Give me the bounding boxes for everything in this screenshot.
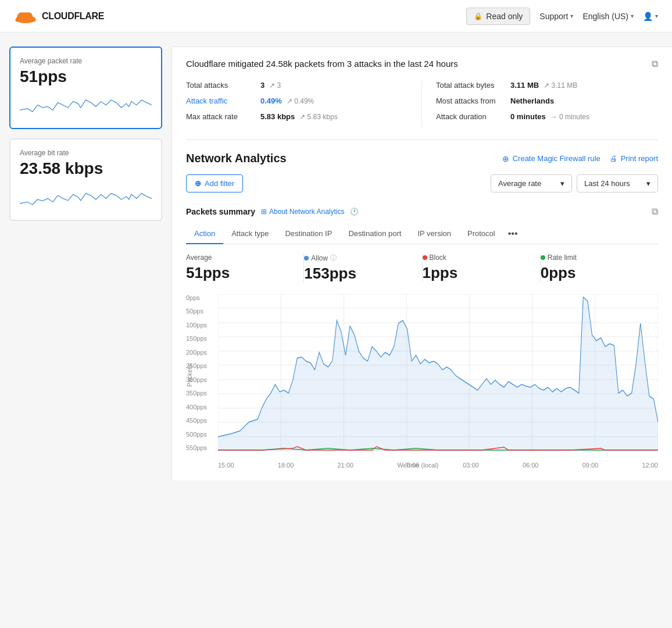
stat-row: Attack duration 0 minutes → 0 minutes [436,112,658,121]
stat-value: 0 minutes [510,112,546,121]
metric-block-value: 1pps [423,264,531,282]
stat-delta: ↗ 3 [269,81,281,90]
metric-block: Block 1pps [423,254,541,283]
support-label: Support [539,12,568,21]
about-label: About Network Analytics [269,208,344,216]
main-content: Average packet rate 51pps Average bit ra… [0,33,672,480]
about-network-analytics-button[interactable]: ⊞ About Network Analytics [261,208,344,216]
blue-dot [304,256,309,261]
stat-value: 3.11 MB [510,81,539,90]
chevron-down-icon: ▾ [646,179,650,188]
x-label: 09:00 [582,462,599,469]
avg-bit-rate-card: Average bit rate 23.58 kbps [9,138,162,221]
avg-bit-rate-chart [20,183,152,209]
tab-destination-port[interactable]: Destination port [340,224,409,244]
metric-allow: Allow ⓘ 153pps [304,254,422,283]
tab-more-button[interactable]: ••• [503,224,523,244]
tab-ip-version[interactable]: IP version [409,224,459,244]
stat-delta: → 0 minutes [551,113,589,121]
metric-rate-limit-value: 0pps [541,264,649,282]
ps-header: Packets summary ⊞ About Network Analytic… [186,206,658,217]
support-button[interactable]: Support ▾ [539,12,573,21]
avg-bit-rate-label: Average bit rate [20,149,152,157]
green-dot [541,255,545,260]
metric-average-value: 51pps [186,264,294,282]
network-analytics-title: Network Analytics [186,152,287,165]
create-firewall-rule-button[interactable]: ⊕ Create Magic Firewall rule [502,154,600,163]
copy-icon[interactable]: ⧉ [652,59,658,69]
y-label: 0pps [186,294,215,301]
packets-summary-title: Packets summary [186,207,255,216]
plus-icon: ⊕ [195,179,201,188]
avg-packet-rate-chart [20,91,152,117]
avg-packet-rate-label: Average packet rate [20,57,152,65]
avg-bit-rate-value: 23.58 kbps [20,159,152,178]
chevron-down-icon: ▾ [570,13,573,19]
attack-summary-title: Cloudflare mitigated 24.58k packets from… [186,59,458,69]
read-only-button[interactable]: 🔒 Read only [466,8,530,25]
avg-packet-rate-value: 51pps [20,67,152,86]
clock-icon[interactable]: 🕐 [350,208,359,216]
language-button[interactable]: English (US) ▾ [582,12,634,21]
copy-icon[interactable]: ⧉ [652,206,658,217]
y-label: 50pps [186,308,215,315]
tab-attack-type[interactable]: Attack type [223,224,277,244]
tab-destination-ip[interactable]: Destination IP [277,224,340,244]
attack-stats: Total attacks 3 ↗ 3 Attack traffic 0.49%… [186,81,658,128]
rate-select[interactable]: Average rate ▾ [491,174,572,192]
print-report-button[interactable]: 🖨 Print report [610,154,658,163]
print-report-label: Print report [621,154,658,163]
metric-allow-value: 153pps [304,265,412,283]
create-firewall-rule-label: Create Magic Firewall rule [513,154,600,163]
plus-circle-icon: ⊕ [502,154,509,163]
metric-average: Average 51pps [186,254,304,283]
filter-controls: Average rate ▾ Last 24 hours ▾ [491,174,658,192]
metric-allow-label: Allow ⓘ [304,254,412,262]
content-area: Average packet rate 51pps Average bit ra… [0,47,672,480]
user-avatar-icon: 👤 [643,12,653,21]
cloudflare-wordmark: CLOUDFLARE [42,11,104,22]
user-menu-button[interactable]: 👤 ▾ [643,12,658,21]
svg-rect-4 [16,19,36,22]
metric-rate-limit: Rate limit 0pps [541,254,658,283]
rate-select-label: Average rate [498,179,541,188]
tab-protocol[interactable]: Protocol [459,224,503,244]
add-filter-button[interactable]: ⊕ Add filter [186,174,243,192]
y-label: 100pps [186,322,215,329]
stat-label: Attack duration [436,112,506,121]
attack-summary-header: Cloudflare mitigated 24.58k packets from… [186,59,658,69]
cloudflare-logo: CLOUDFLARE [14,8,104,24]
chevron-down-icon: ▾ [631,13,634,19]
metrics-row: Average 51pps Allow ⓘ 153pps [186,254,658,283]
lock-icon: 🔒 [474,12,482,20]
stat-label: Total attacks [186,81,256,90]
info-icon[interactable]: ⓘ [330,254,337,262]
packets-summary-section: Packets summary ⊞ About Network Analytic… [186,206,658,469]
stat-row: Total attacks 3 ↗ 3 [186,81,408,90]
stat-value: 5.83 kbps [260,112,295,121]
stat-delta: ↗ 3.11 MB [544,81,577,90]
ps-title-row: Packets summary ⊞ About Network Analytic… [186,207,359,216]
stats-left: Total attacks 3 ↗ 3 Attack traffic 0.49%… [186,81,422,128]
header-right: 🔒 Read only Support ▾ English (US) ▾ 👤 ▾ [466,8,658,25]
metric-average-label: Average [186,254,294,262]
red-dot [423,255,427,260]
stat-label: Most attacks from [436,97,506,105]
print-icon: 🖨 [610,154,617,163]
time-select[interactable]: Last 24 hours ▾ [577,174,658,192]
stats-right: Total attack bytes 3.11 MB ↗ 3.11 MB Mos… [422,81,658,128]
x-axis-title: Time (local) [405,462,438,469]
stat-row: Total attack bytes 3.11 MB ↗ 3.11 MB [436,81,658,90]
avg-packet-rate-card: Average packet rate 51pps [9,47,162,129]
stat-delta: ↗ 0.49% [287,97,314,105]
left-panel: Average packet rate 51pps Average bit ra… [0,47,171,480]
x-label: 03:00 [463,462,479,469]
y-label: 400pps [186,404,215,411]
tab-action[interactable]: Action [186,224,223,244]
language-label: English (US) [582,12,628,21]
stat-label: Total attack bytes [436,81,506,90]
tabs: Action Attack type Destination IP Destin… [186,224,658,244]
stat-value: Netherlands [510,97,554,105]
x-label: 12:00 [642,462,658,469]
cloudflare-logo-icon [14,8,37,24]
